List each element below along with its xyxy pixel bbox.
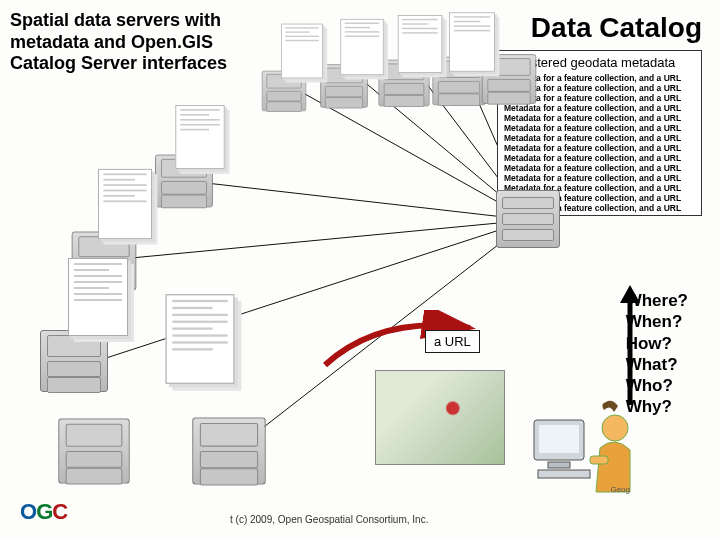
user-at-computer-icon (530, 400, 650, 495)
document-icon (340, 19, 383, 75)
document-icon (175, 105, 224, 169)
document-icon (98, 169, 152, 239)
document-icon (281, 24, 323, 79)
catalog-entry: Metadata for a feature collection, and a… (504, 113, 695, 123)
question-item: How? (626, 333, 688, 354)
svg-rect-12 (538, 470, 590, 478)
map-thumbnail (375, 370, 505, 465)
catalog-entry: Metadata for a feature collection, and a… (504, 103, 695, 113)
document-icon (398, 15, 442, 73)
server-icon (192, 418, 265, 485)
catalog-entry: Metadata for a feature collection, and a… (504, 173, 695, 183)
caption-spatial-servers: Spatial data servers with metadata and O… (10, 10, 260, 75)
question-item: Who? (626, 375, 688, 396)
tiny-caption: Geog (610, 485, 630, 494)
query-questions: Where?When?How?What?Who?Why? (626, 290, 688, 418)
svg-line-6 (110, 220, 530, 260)
svg-rect-10 (539, 425, 579, 453)
question-item: Where? (626, 290, 688, 311)
logo-letter: C (52, 499, 67, 524)
catalog-server-icon (496, 190, 560, 248)
catalog-entry: Metadata for a feature collection, and a… (504, 163, 695, 173)
caption-data-catalog: Data Catalog (531, 12, 702, 44)
server-icon (40, 330, 108, 392)
logo-letter: O (20, 499, 36, 524)
question-item: When? (626, 311, 688, 332)
server-icon (58, 418, 129, 483)
document-icon (166, 294, 235, 384)
svg-point-13 (602, 415, 628, 441)
question-item: What? (626, 354, 688, 375)
document-icon (449, 12, 495, 71)
catalog-entry: Metadata for a feature collection, and a… (504, 143, 695, 153)
catalog-entry: Metadata for a feature collection, and a… (504, 133, 695, 143)
svg-rect-11 (548, 462, 570, 468)
copyright-text: t (c) 2009, Open Geospatial Consortium, … (230, 514, 428, 525)
logo-letter: G (36, 499, 52, 524)
url-label-box: a URL (425, 330, 480, 353)
document-icon (68, 258, 128, 336)
svg-line-5 (180, 180, 530, 220)
ogc-logo: OGC (20, 499, 67, 525)
catalog-entry: Metadata for a feature collection, and a… (504, 153, 695, 163)
catalog-entry: Metadata for a feature collection, and a… (504, 123, 695, 133)
svg-rect-14 (590, 456, 608, 464)
